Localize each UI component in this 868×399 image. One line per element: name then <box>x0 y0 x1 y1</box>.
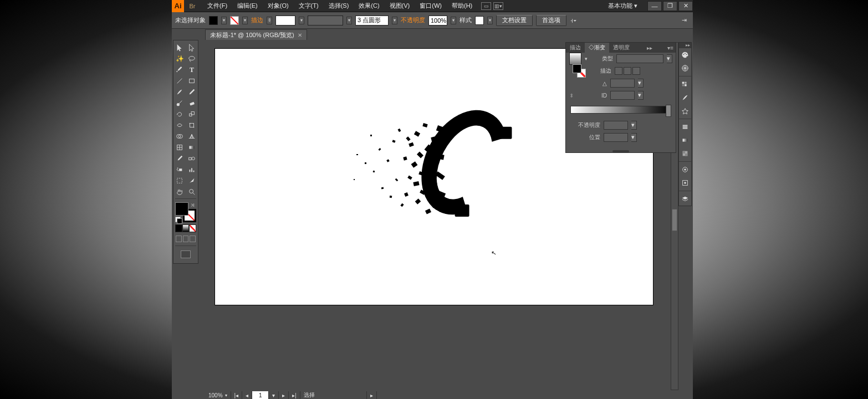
fill-color[interactable] <box>175 202 188 216</box>
brush-field[interactable]: 3 点圆形 <box>355 16 389 25</box>
stop-opacity-drop[interactable]: ▾ <box>631 121 637 130</box>
artboard-drop[interactable]: ▾ <box>269 391 279 399</box>
workspace-switcher[interactable]: 基本功能 ▾ <box>606 1 640 11</box>
preferences-button[interactable]: 首选项 <box>536 15 566 26</box>
swap-fill-stroke-icon[interactable]: ⤭ <box>191 202 196 208</box>
variable-width-drop[interactable]: ▾ <box>346 17 352 24</box>
hand-tool[interactable] <box>173 186 186 197</box>
stroke-dropdown[interactable]: ▾ <box>242 17 248 24</box>
shape-builder-tool[interactable] <box>173 131 186 142</box>
slice-tool[interactable] <box>186 175 198 186</box>
angle-field[interactable] <box>610 79 635 88</box>
variable-width-field[interactable] <box>308 16 343 25</box>
panel-resize-grip[interactable] <box>612 150 629 152</box>
zoom-field[interactable]: 100%▾ <box>205 391 231 399</box>
rotate-tool[interactable] <box>173 109 186 120</box>
gradient-tool[interactable] <box>186 142 198 153</box>
zoom-tool[interactable] <box>186 186 198 197</box>
panel-menu-icon[interactable]: ▾≡ <box>665 45 676 51</box>
stroke-align-2[interactable] <box>624 67 631 75</box>
angle-drop[interactable]: ▾ <box>638 79 644 88</box>
close-button[interactable]: ✕ <box>678 1 693 11</box>
perspective-grid-tool[interactable] <box>186 131 198 142</box>
artboard-last[interactable]: ▸| <box>289 391 300 399</box>
scale-tool[interactable] <box>186 109 198 120</box>
eyedropper-tool[interactable] <box>173 153 186 164</box>
aspect-field[interactable] <box>610 91 635 100</box>
opacity-label[interactable]: 不透明度 <box>401 16 425 24</box>
fill-swatch[interactable] <box>209 16 218 25</box>
minimize-button[interactable]: — <box>647 1 662 11</box>
controlbar-expand-icon[interactable]: ⇥ <box>682 17 690 24</box>
aspect-drop[interactable]: ▾ <box>638 91 644 100</box>
type-tool[interactable]: T <box>186 64 198 75</box>
stop-location-drop[interactable]: ▾ <box>631 133 637 142</box>
paintbrush-tool[interactable] <box>173 86 186 98</box>
screen-mode-button[interactable] <box>181 250 191 258</box>
stroke-align-1[interactable] <box>615 67 622 75</box>
dock-expand-icon[interactable]: ▸▸ <box>686 43 690 48</box>
style-drop[interactable]: ▾ <box>487 17 493 24</box>
symbols-panel-icon[interactable] <box>679 104 691 117</box>
menu-effect[interactable]: 效果(C) <box>354 0 384 12</box>
style-swatch[interactable] <box>475 16 484 25</box>
selection-tool[interactable] <box>173 42 186 53</box>
stroke-weight-drop[interactable]: ▾ <box>299 17 304 24</box>
menu-file[interactable]: 文件(F) <box>203 0 232 12</box>
draw-inside[interactable] <box>190 236 196 242</box>
draw-behind[interactable] <box>183 236 189 242</box>
draw-normal[interactable] <box>176 236 182 242</box>
artboard-first[interactable]: |◂ <box>231 391 243 399</box>
menu-help[interactable]: 帮助(H) <box>447 0 477 12</box>
stop-location-field[interactable] <box>604 133 628 142</box>
column-graph-tool[interactable] <box>186 164 198 175</box>
opacity-field[interactable]: 100% <box>428 16 447 25</box>
rectangle-tool[interactable] <box>186 75 198 86</box>
color-guide-panel-icon[interactable] <box>679 62 691 75</box>
close-icon[interactable]: ✕ <box>298 32 302 38</box>
artboard-tool[interactable] <box>173 175 186 186</box>
menu-edit[interactable]: 编辑(E) <box>233 0 262 12</box>
lasso-tool[interactable] <box>186 53 198 64</box>
free-transform-tool[interactable] <box>186 120 198 131</box>
gradient-panel-icon[interactable] <box>679 134 691 147</box>
brushes-panel-icon[interactable] <box>679 91 691 104</box>
layout-icon[interactable]: ▭ <box>481 2 491 10</box>
panel-collapse-icon[interactable]: ▸▸ <box>645 45 655 51</box>
line-tool[interactable] <box>173 75 186 86</box>
maximize-button[interactable]: ❐ <box>663 1 677 11</box>
opacity-drop[interactable]: ▾ <box>451 17 456 24</box>
gradient-type-drop[interactable]: ▾ <box>667 54 672 63</box>
swatches-panel-icon[interactable] <box>679 78 691 91</box>
fill-stroke-control[interactable]: ⤭ <box>174 202 197 222</box>
panel-tab-gradient[interactable]: ◇渐变 <box>585 43 609 53</box>
document-tab[interactable]: 未标题-1* @ 100% (RGB/预览) ✕ <box>205 29 307 40</box>
fill-dropdown[interactable]: ▾ <box>221 17 227 24</box>
menu-view[interactable]: 视图(V) <box>385 0 415 12</box>
color-mode-none[interactable] <box>189 224 196 232</box>
appearance-panel-icon[interactable] <box>679 163 691 176</box>
width-tool[interactable] <box>173 120 186 131</box>
pencil-tool[interactable] <box>186 86 198 98</box>
arrange-icon[interactable]: ▥▾ <box>493 2 503 10</box>
artboard-next[interactable]: ▸ <box>279 391 289 399</box>
panel-fill-stroke[interactable] <box>573 64 586 78</box>
blend-tool[interactable] <box>186 153 198 164</box>
stroke-weight-stepper[interactable]: ⇕ <box>267 17 272 24</box>
stop-opacity-field[interactable] <box>604 121 628 130</box>
symbol-sprayer-tool[interactable] <box>173 164 186 175</box>
menu-select[interactable]: 选择(S) <box>324 0 354 12</box>
menu-window[interactable]: 窗口(W) <box>415 0 446 12</box>
gradient-preview-swatch[interactable] <box>569 53 581 65</box>
scroll-thumb[interactable] <box>672 209 677 231</box>
default-fill-stroke-icon[interactable] <box>175 217 181 222</box>
mesh-tool[interactable] <box>173 142 186 153</box>
stroke-panel-icon[interactable] <box>679 120 691 134</box>
status-menu[interactable]: ▸ <box>367 391 377 399</box>
stroke-label[interactable]: 描边 <box>251 16 263 24</box>
menu-object[interactable]: 对象(O) <box>263 0 293 12</box>
stroke-swatch[interactable] <box>230 16 239 25</box>
magic-wand-tool[interactable]: ✨ <box>173 53 186 64</box>
color-panel-icon[interactable] <box>679 48 691 62</box>
stroke-align-3[interactable] <box>632 67 640 75</box>
